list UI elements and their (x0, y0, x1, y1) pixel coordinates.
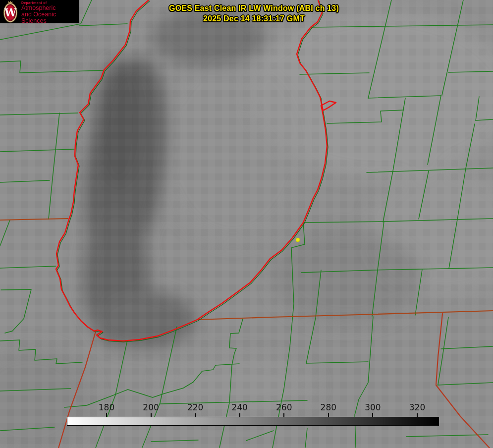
satellite-ir-image (0, 0, 493, 448)
location-marker (296, 238, 300, 242)
satellite-product-view: GOES East Clean IR LW Window (ABI ch 13)… (0, 0, 493, 448)
logo-name-line2: and Oceanic Sciences (21, 11, 79, 24)
ir-cloud-field (0, 0, 493, 448)
svg-text:W: W (4, 6, 17, 19)
uw-crest-icon: W (2, 0, 19, 23)
logo-name-line1: Atmospheric (21, 5, 79, 11)
logo-text: Department of Atmospheric and Oceanic Sc… (21, 0, 79, 23)
uw-aos-logo: W Department of Atmospheric and Oceanic … (0, 0, 79, 23)
pixel-texture (0, 0, 493, 448)
